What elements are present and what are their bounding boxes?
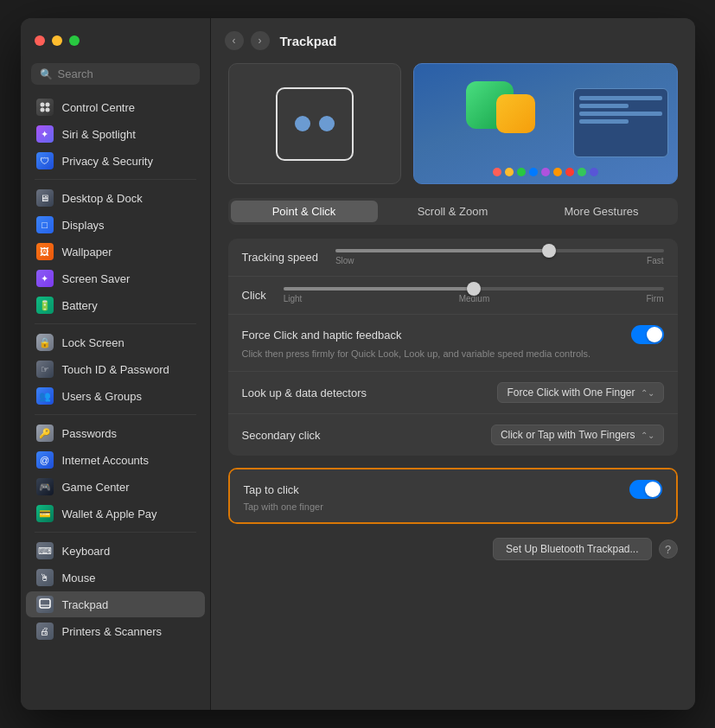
tab-more-gestures[interactable]: More Gestures (528, 201, 675, 222)
click-track[interactable] (284, 287, 664, 291)
search-input[interactable] (58, 67, 191, 80)
sidebar-item-game-center[interactable]: 🎮 Game Center (26, 474, 205, 500)
desktop-preview-box (413, 63, 678, 184)
color-dot-red (493, 168, 501, 176)
sidebar-label-passwords: Passwords (62, 427, 118, 440)
sidebar-label-displays: Displays (62, 219, 105, 232)
sidebar-item-printers[interactable]: 🖨 Printers & Scanners (26, 618, 205, 644)
lookup-label: Look up & data detectors (242, 386, 367, 399)
forward-button[interactable]: › (251, 31, 270, 50)
sidebar-item-users[interactable]: 👥 Users & Groups (26, 383, 205, 409)
secondary-click-label: Secondary click (242, 429, 321, 442)
main-window: 🔍 Control Centre ✦ (21, 18, 695, 710)
game-center-icon: 🎮 (36, 478, 54, 495)
siri-icon: ✦ (36, 125, 54, 143)
touchid-icon: ☞ (36, 361, 54, 378)
tap-to-click-toggle-knob (645, 482, 661, 497)
printers-icon: 🖨 (36, 623, 54, 640)
sidebar-label-trackpad: Trackpad (62, 598, 109, 611)
back-button[interactable]: ‹ (225, 31, 244, 50)
help-button[interactable]: ? (659, 540, 678, 559)
color-dot-green (517, 168, 526, 176)
sidebar-item-lock-screen[interactable]: 🔒 Lock Screen (26, 329, 205, 355)
passwords-icon: 🔑 (36, 425, 54, 442)
sidebar-label-lock-screen: Lock Screen (62, 336, 124, 349)
sidebar-item-mouse[interactable]: 🖱 Mouse (26, 565, 205, 591)
sidebar-label-users: Users & Groups (62, 390, 142, 403)
sidebar-item-desktop[interactable]: 🖥 Desktop & Dock (26, 185, 205, 211)
force-click-row: Force Click and haptic feedback Click th… (228, 315, 678, 372)
svg-point-3 (45, 108, 49, 112)
click-slider-container: Light Medium Firm (284, 287, 664, 303)
tab-scroll-zoom[interactable]: Scroll & Zoom (380, 201, 527, 222)
secondary-click-dropdown[interactable]: Click or Tap with Two Fingers ⌃⌄ (491, 425, 664, 445)
force-click-toggle-knob (647, 327, 662, 342)
wallpaper-icon: 🖼 (36, 243, 54, 260)
preview-window-lines (574, 89, 667, 131)
force-click-header: Force Click and haptic feedback (242, 325, 664, 344)
sidebar-label-privacy: Privacy & Security (62, 155, 153, 168)
tracking-speed-labels: Slow Fast (335, 256, 664, 265)
click-light-label: Light (284, 294, 303, 303)
tap-to-click-header: Tap to click (244, 480, 662, 499)
tab-point-click[interactable]: Point & Click (231, 201, 378, 222)
sidebar-label-battery: Battery (62, 299, 98, 312)
tracking-fast-label: Fast (647, 256, 663, 265)
preview-icon-yellow (496, 94, 535, 133)
lookup-row: Look up & data detectors Force Click wit… (228, 372, 678, 414)
click-row: Click Light Medium Firm (228, 277, 678, 315)
minimize-button[interactable] (52, 35, 62, 46)
sidebar-item-keyboard[interactable]: ⌨ Keyboard (26, 538, 205, 564)
sidebar-label-desktop: Desktop & Dock (62, 192, 143, 205)
tracking-click-section: Tracking speed Slow Fast Click (228, 239, 678, 456)
trackpad-preview-box (228, 63, 401, 184)
bluetooth-trackpad-button[interactable]: Set Up Bluetooth Trackpad... (493, 538, 651, 560)
lookup-value: Force Click with One Finger (507, 386, 635, 399)
color-dot-mint (578, 168, 586, 176)
sidebar-item-internet-accounts[interactable]: @ Internet Accounts (26, 447, 205, 473)
sidebar-item-touch-id[interactable]: ☞ Touch ID & Password (26, 356, 205, 382)
color-dot-blue (529, 168, 538, 176)
force-click-toggle[interactable] (631, 325, 664, 344)
battery-icon: 🔋 (36, 297, 54, 314)
tracking-speed-thumb[interactable] (542, 244, 556, 258)
mouse-icon: 🖱 (36, 569, 54, 586)
preview-window-graphic (573, 88, 668, 157)
sidebar-item-displays[interactable]: □ Displays (26, 212, 205, 238)
sidebar-item-screen-saver[interactable]: ✦ Screen Saver (26, 265, 205, 291)
color-dot-pink (565, 168, 574, 176)
sidebar-label-printers: Printers & Scanners (62, 625, 163, 638)
sidebar-item-wallpaper[interactable]: 🖼 Wallpaper (26, 239, 205, 265)
search-box[interactable]: 🔍 (31, 63, 200, 85)
close-button[interactable] (35, 35, 45, 46)
displays-icon: □ (36, 216, 54, 233)
search-icon: 🔍 (40, 68, 53, 80)
tap-to-click-description: Tap with one finger (244, 501, 662, 512)
secondary-click-value: Click or Tap with Two Fingers (501, 429, 635, 441)
force-click-description: Click then press firmly for Quick Look, … (242, 348, 664, 361)
tap-to-click-section: Tap to click Tap with one finger (228, 468, 678, 524)
sidebar-item-wallet[interactable]: 💳 Wallet & Apple Pay (26, 501, 205, 527)
sidebar-item-trackpad[interactable]: Trackpad (26, 591, 205, 617)
sidebar-label-mouse: Mouse (62, 572, 96, 584)
svg-point-1 (45, 103, 49, 107)
sidebar-scroll: Control Centre ✦ Siri & Spotlight 🛡 Priv… (21, 93, 210, 710)
sidebar-item-battery[interactable]: 🔋 Battery (26, 292, 205, 318)
svg-point-0 (40, 103, 44, 107)
tracking-speed-track[interactable] (335, 249, 664, 252)
sidebar-item-siri[interactable]: ✦ Siri & Spotlight (26, 121, 205, 147)
tap-to-click-label: Tap to click (244, 483, 299, 496)
tap-to-click-toggle[interactable] (629, 480, 662, 499)
lookup-dropdown[interactable]: Force Click with One Finger ⌃⌄ (497, 382, 663, 403)
sidebar-item-privacy[interactable]: 🛡 Privacy & Security (26, 148, 205, 174)
tracking-slow-label: Slow (335, 256, 354, 265)
tracking-speed-label: Tracking speed (242, 251, 318, 264)
click-thumb[interactable] (467, 282, 481, 296)
sidebar-label-game-center: Game Center (62, 481, 130, 494)
sidebar-item-control-centre[interactable]: Control Centre (26, 94, 205, 120)
sidebar-divider-2 (35, 323, 196, 324)
sidebar-item-passwords[interactable]: 🔑 Passwords (26, 420, 205, 446)
sidebar-divider-1 (35, 179, 196, 180)
tap-to-click-row: Tap to click Tap with one finger (230, 469, 676, 522)
maximize-button[interactable] (69, 35, 80, 46)
